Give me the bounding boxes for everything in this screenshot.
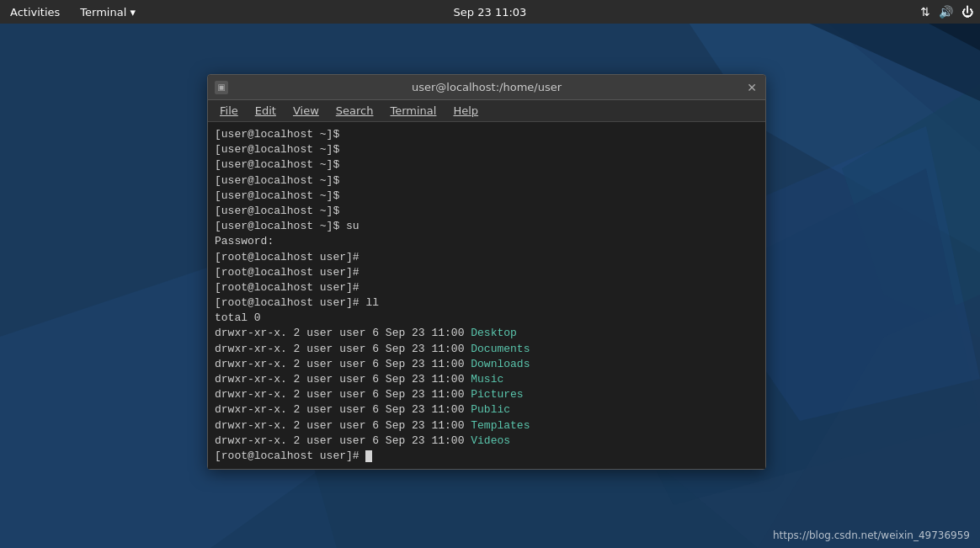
menu-search[interactable]: Search [329, 103, 381, 119]
cursor [365, 450, 372, 462]
terminal-line: drwxr-xr-x. 2 user user 6 Sep 23 11:00 V… [215, 434, 759, 449]
terminal-line: [user@localhost ~]$ [215, 189, 759, 204]
terminal-line: drwxr-xr-x. 2 user user 6 Sep 23 11:00 M… [215, 372, 759, 387]
menu-file[interactable]: File [213, 103, 245, 119]
activities-button[interactable]: Activities [7, 4, 63, 20]
directory-name: Downloads [471, 358, 530, 370]
power-icon[interactable]: ⏻ [961, 5, 973, 19]
terminal-line: drwxr-xr-x. 2 user user 6 Sep 23 11:00 T… [215, 418, 759, 434]
terminal-menu-button[interactable]: Terminal ▾ [77, 4, 139, 20]
terminal-window-icon: ▣ [215, 81, 228, 94]
directory-name: Public [471, 403, 510, 416]
menu-help[interactable]: Help [446, 103, 485, 119]
terminal-menu-label: Terminal [80, 6, 126, 19]
terminal-line: [user@localhost ~]$ [215, 173, 759, 189]
terminal-window: ▣ user@localhost:/home/user ✕ File Edit … [207, 74, 766, 470]
terminal-line: [user@localhost ~]$ [215, 157, 759, 173]
terminal-title: user@localhost:/home/user [228, 81, 745, 93]
network-icon[interactable]: ⇅ [920, 5, 930, 19]
topbar-right: ⇅ 🔊 ⏻ [920, 5, 973, 19]
terminal-line: drwxr-xr-x. 2 user user 6 Sep 23 11:00 P… [215, 402, 759, 418]
menu-terminal[interactable]: Terminal [383, 103, 443, 119]
terminal-line: [root@localhost user]# [215, 280, 759, 295]
terminal-line: drwxr-xr-x. 2 user user 6 Sep 23 11:00 D… [215, 357, 759, 372]
menu-edit[interactable]: Edit [248, 103, 283, 119]
terminal-line: total 0 [215, 311, 759, 326]
terminal-close-button[interactable]: ✕ [745, 81, 759, 94]
terminal-menu-arrow: ▾ [130, 6, 136, 19]
watermark: https://blog.csdn.net/weixin_49736959 [773, 529, 970, 541]
terminal-line: [user@localhost ~]$ [215, 127, 759, 142]
topbar-datetime: Sep 23 11:03 [454, 6, 527, 19]
terminal-line: [root@localhost user]# [215, 250, 759, 265]
terminal-line: drwxr-xr-x. 2 user user 6 Sep 23 11:00 D… [215, 342, 759, 357]
terminal-line: [user@localhost ~]$ [215, 204, 759, 219]
terminal-line: drwxr-xr-x. 2 user user 6 Sep 23 11:00 D… [215, 326, 759, 341]
volume-icon[interactable]: 🔊 [939, 5, 953, 19]
terminal-titlebar-left: ▣ [215, 81, 228, 94]
terminal-line: drwxr-xr-x. 2 user user 6 Sep 23 11:00 P… [215, 387, 759, 402]
terminal-prompt-final: [root@localhost user]# [215, 449, 759, 464]
terminal-body[interactable]: [user@localhost ~]$[user@localhost ~]$[u… [208, 122, 765, 469]
directory-name: Pictures [471, 388, 523, 401]
topbar: Activities Terminal ▾ Sep 23 11:03 ⇅ 🔊 ⏻ [0, 0, 980, 24]
directory-name: Desktop [471, 327, 517, 339]
terminal-line: [user@localhost ~]$ [215, 142, 759, 157]
topbar-left: Activities Terminal ▾ [7, 4, 139, 20]
directory-name: Documents [471, 343, 530, 355]
terminal-titlebar: ▣ user@localhost:/home/user ✕ [208, 75, 765, 100]
terminal-line: [user@localhost ~]$ su [215, 219, 759, 234]
terminal-line: [root@localhost user]# ll [215, 295, 759, 311]
directory-name: Music [471, 373, 503, 386]
terminal-line: [root@localhost user]# [215, 265, 759, 280]
directory-name: Videos [471, 434, 510, 447]
terminal-line: Password: [215, 234, 759, 249]
directory-name: Templates [471, 419, 530, 432]
menu-view[interactable]: View [286, 103, 326, 119]
terminal-menubar: File Edit View Search Terminal Help [208, 100, 765, 122]
